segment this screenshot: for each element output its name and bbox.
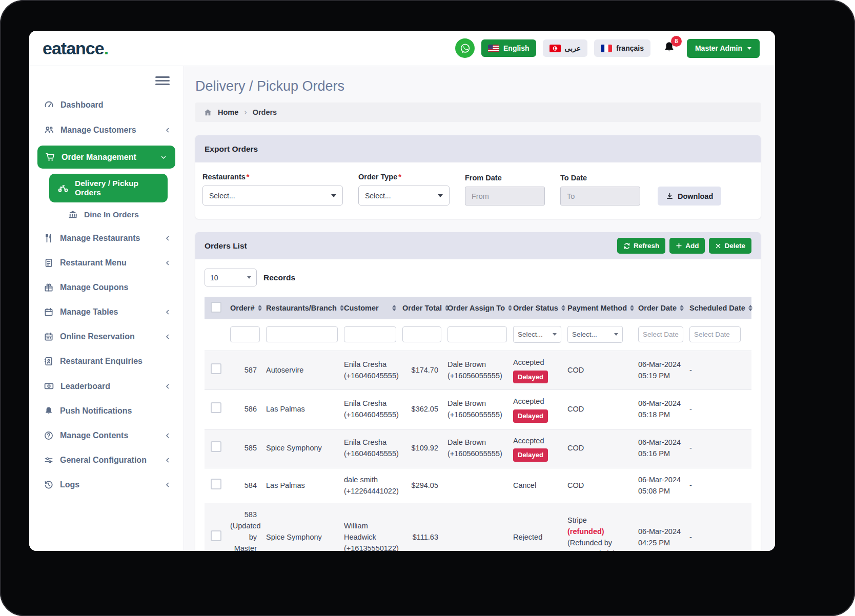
- sidebar-item-online-reservation[interactable]: Online Reservation: [29, 324, 184, 349]
- column-header-scheduled-date[interactable]: Scheduled Date: [686, 297, 751, 319]
- filter-scheduled-date-input[interactable]: [689, 326, 741, 342]
- chevron-down-icon: [160, 154, 167, 161]
- refund-note: (Refunded by Master Admin): [567, 538, 632, 551]
- orders-list-header: Orders List Refresh Add Delete: [195, 232, 761, 259]
- sidebar-item-manage-tables[interactable]: Manage Tables: [29, 300, 184, 324]
- sidebar-item-push-notifications[interactable]: Push Notifications: [29, 399, 184, 423]
- column-header-assign[interactable]: Order Assign To: [444, 297, 510, 319]
- sidebar-item-label: Manage Restaurants: [60, 234, 140, 243]
- add-button[interactable]: Add: [669, 238, 705, 254]
- filter-order-input[interactable]: [230, 326, 260, 342]
- select-all-checkbox[interactable]: [211, 302, 221, 313]
- chevron-left-icon: [164, 235, 171, 242]
- breadcrumb-home-link[interactable]: Home: [218, 108, 238, 116]
- sidebar-item-manage-contents[interactable]: Manage Contents: [29, 423, 184, 448]
- sidebar-item-manage-customers[interactable]: Manage Customers: [29, 117, 184, 142]
- filter-payment-select[interactable]: Select...: [567, 326, 623, 343]
- notification-count-badge: 8: [671, 36, 682, 47]
- sidebar-item-label: Dine In Orders: [84, 210, 139, 219]
- chevron-left-icon: [164, 383, 171, 390]
- language-button-french[interactable]: français: [594, 39, 650, 57]
- menu-toggle-icon[interactable]: [155, 76, 170, 85]
- whatsapp-icon[interactable]: [455, 38, 475, 58]
- export-orders-body: Restaurants* Select... Order Type* Selec…: [195, 162, 761, 219]
- column-header-customer[interactable]: Customer: [341, 297, 399, 319]
- sidebar-item-order-management[interactable]: Order Management: [37, 146, 175, 169]
- refresh-button[interactable]: Refresh: [617, 238, 665, 254]
- motorcycle-icon: [57, 182, 69, 194]
- order-row-587: 587 Autoservire Enila Cresha(+1604604555…: [205, 351, 751, 390]
- chevron-left-icon: [164, 333, 171, 340]
- row-checkbox[interactable]: [211, 363, 221, 374]
- delete-button[interactable]: Delete: [709, 238, 751, 254]
- cart-icon: [45, 152, 55, 162]
- language-button-english[interactable]: English: [481, 39, 536, 57]
- status-badge: Delayed: [513, 371, 548, 384]
- sidebar-item-label: Online Reservation: [60, 332, 135, 341]
- sidebar-item-restaurant-enquiries[interactable]: Restaurant Enquiries: [29, 349, 184, 374]
- records-count-select[interactable]: 10: [205, 269, 257, 286]
- sidebar-item-general-configuration[interactable]: General Configuration: [29, 448, 184, 473]
- required-asterisk: *: [247, 173, 250, 181]
- to-date-input[interactable]: [560, 187, 640, 206]
- filter-order-date-input[interactable]: [638, 326, 683, 342]
- restaurants-label: Restaurants: [202, 173, 246, 181]
- sidebar-item-label: Manage Tables: [60, 307, 118, 317]
- sidebar-item-label: Manage Contents: [60, 431, 128, 440]
- sort-icon: [392, 305, 396, 312]
- notifications-bell[interactable]: 8: [662, 40, 676, 56]
- sidebar-item-logs[interactable]: Logs: [29, 473, 184, 497]
- column-header-order-date[interactable]: Order Date: [635, 297, 686, 319]
- sliders-icon: [44, 455, 54, 465]
- sidebar: Dashboard Manage Customers Order Managem…: [29, 66, 184, 551]
- column-header-total[interactable]: Order Total: [399, 297, 444, 319]
- sidebar-item-dine-in-orders[interactable]: Dine In Orders: [29, 203, 184, 226]
- row-checkbox[interactable]: [211, 530, 221, 541]
- header-actions: English عربى français 8 Master Admin: [455, 38, 760, 58]
- breadcrumb: Home › Orders: [195, 102, 761, 122]
- chevron-left-icon: [164, 259, 171, 266]
- filter-assign-input[interactable]: [447, 326, 507, 342]
- filter-restaurant-input[interactable]: [266, 326, 338, 342]
- utensils-icon: [44, 233, 54, 243]
- sort-icon: [561, 305, 565, 312]
- sidebar-item-delivery-pickup-orders[interactable]: Delivery / Pickup Orders: [49, 174, 168, 202]
- sort-icon: [748, 305, 752, 312]
- orders-list-actions: Refresh Add Delete: [617, 238, 751, 254]
- sort-icon: [258, 305, 262, 312]
- to-date-label: To Date: [560, 174, 640, 182]
- refunded-label: (refunded): [567, 526, 632, 538]
- question-circle-icon: [44, 430, 54, 441]
- language-button-arabic[interactable]: عربى: [543, 39, 588, 57]
- from-date-input[interactable]: [465, 187, 545, 206]
- france-flag-icon: [601, 45, 612, 52]
- row-checkbox[interactable]: [211, 479, 221, 489]
- user-menu-button[interactable]: Master Admin: [687, 39, 760, 58]
- sidebar-item-manage-restaurants[interactable]: Manage Restaurants: [29, 226, 184, 251]
- filter-total-input[interactable]: [402, 326, 441, 342]
- sidebar-item-leaderboard[interactable]: Leaderboard: [29, 374, 184, 399]
- column-header-restaurant[interactable]: Restaurants/Branch: [263, 297, 341, 319]
- sidebar-item-label: Push Notifications: [60, 406, 132, 416]
- order-type-select[interactable]: Select...: [358, 186, 450, 206]
- row-checkbox[interactable]: [211, 441, 221, 452]
- filter-customer-input[interactable]: [344, 326, 396, 342]
- restaurants-field: Restaurants* Select...: [202, 173, 343, 206]
- filter-status-select[interactable]: Select...: [513, 326, 561, 343]
- chevron-left-icon: [164, 127, 171, 134]
- download-button[interactable]: Download: [658, 187, 721, 206]
- sidebar-item-restaurant-menu[interactable]: Restaurant Menu: [29, 251, 184, 275]
- export-orders-panel: Export Orders Restaurants* Select... Ord…: [195, 135, 761, 219]
- main-content: Delivery / Pickup Orders Home › Orders E…: [184, 66, 775, 551]
- column-header-status[interactable]: Order Status: [510, 297, 564, 319]
- row-checkbox[interactable]: [211, 402, 221, 413]
- column-header-payment[interactable]: Payment Method: [564, 297, 635, 319]
- order-type-label: Order Type: [358, 173, 397, 181]
- users-icon: [44, 125, 54, 135]
- order-row-583: 583(Updated by Master Admin) Spice Symph…: [205, 503, 751, 551]
- sidebar-item-dashboard[interactable]: Dashboard: [29, 92, 184, 117]
- sidebar-item-manage-coupons[interactable]: Manage Coupons: [29, 275, 184, 300]
- restaurants-select[interactable]: Select...: [202, 186, 343, 206]
- sort-icon: [508, 305, 512, 312]
- column-header-order[interactable]: Order#: [227, 297, 263, 319]
